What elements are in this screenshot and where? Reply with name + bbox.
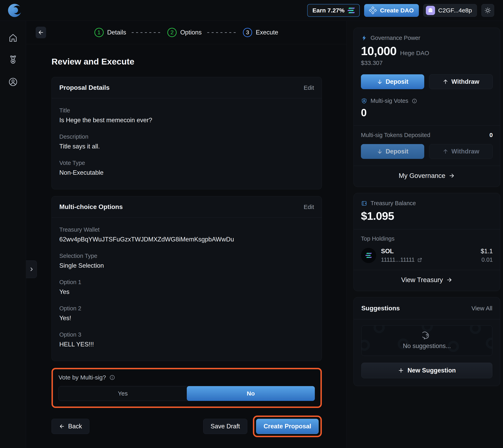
option-1-value: Yes bbox=[59, 288, 314, 296]
suggestions-view-all-link[interactable]: View All bbox=[471, 305, 492, 312]
back-action-button[interactable]: Back bbox=[51, 419, 89, 434]
token-address: 11111...11111 bbox=[381, 256, 415, 263]
earn-button[interactable]: Earn 7.27% bbox=[307, 4, 360, 17]
step-execute-label: Execute bbox=[256, 29, 278, 36]
governance-power-card: Governance Power 10,000 Hege DAO $33.307… bbox=[354, 28, 500, 187]
proposal-details-edit-link[interactable]: Edit bbox=[304, 84, 314, 91]
arrow-up-icon bbox=[442, 79, 449, 85]
option-3-field: Option 3 HELL YES!!! bbox=[59, 331, 314, 348]
option-3-value: HELL YES!!! bbox=[59, 341, 314, 348]
multisig-withdraw-button[interactable]: Withdraw bbox=[429, 144, 493, 159]
theme-toggle-button[interactable] bbox=[481, 4, 494, 17]
create-proposal-button[interactable]: Create Proposal bbox=[256, 419, 319, 434]
vote-by-multisig-highlight: Vote by Multi-sig? Yes No bbox=[51, 368, 322, 408]
step-execute-number: 3 bbox=[243, 28, 252, 37]
left-sidebar bbox=[0, 21, 26, 448]
option-2-value: Yes! bbox=[59, 315, 314, 322]
proposal-description-field: Description Title says it all. bbox=[59, 133, 314, 150]
no-suggestions-panel: No suggestions... bbox=[361, 325, 492, 356]
right-sidebar: Governance Power 10,000 Hege DAO $33.307… bbox=[347, 21, 503, 448]
step-execute[interactable]: 3 Execute bbox=[243, 28, 278, 37]
step-options-label: Options bbox=[180, 29, 202, 36]
selection-type-field: Selection Type Single Selection bbox=[59, 253, 314, 269]
deposit-button[interactable]: Deposit bbox=[361, 74, 424, 89]
app-logo-icon[interactable] bbox=[8, 4, 21, 17]
create-dao-button[interactable]: Create DAO bbox=[364, 4, 419, 17]
treasury-balance-title: Treasury Balance bbox=[371, 200, 416, 207]
multi-choice-options-edit-link[interactable]: Edit bbox=[304, 204, 314, 210]
withdraw-button[interactable]: Withdraw bbox=[429, 74, 493, 89]
arrow-up-icon bbox=[442, 148, 449, 155]
wallet-button[interactable]: C2GF...4e8p bbox=[423, 4, 477, 17]
option-2-label: Option 2 bbox=[59, 305, 314, 312]
step-options-number: 2 bbox=[167, 28, 177, 37]
suggestions-card: Suggestions View All No suggestions... bbox=[354, 297, 500, 386]
proposal-vote-type-label: Vote Type bbox=[59, 160, 314, 166]
treasury-balance-amount: $1.095 bbox=[361, 209, 394, 222]
medal-icon bbox=[8, 55, 18, 65]
view-treasury-label: View Treasury bbox=[401, 276, 443, 284]
view-treasury-link[interactable]: View Treasury bbox=[361, 270, 493, 285]
token-symbol: SOL bbox=[381, 248, 423, 255]
multi-choice-options-card: Multi-choice Options Edit Treasury Walle… bbox=[51, 196, 322, 361]
option-3-label: Option 3 bbox=[59, 331, 314, 338]
multisig-toggle: Yes No bbox=[59, 386, 315, 401]
step-details-number: 1 bbox=[94, 28, 104, 37]
treasury-wallet-label: Treasury Wallet bbox=[59, 226, 314, 233]
save-draft-label: Save Draft bbox=[211, 423, 240, 430]
logo-pattern bbox=[361, 340, 370, 351]
topbar-actions: Earn 7.27% Create DAO C2GF...4e8p bbox=[307, 4, 494, 17]
multisig-toggle-no[interactable]: No bbox=[187, 386, 315, 401]
create-dao-label: Create DAO bbox=[380, 7, 414, 14]
treasury-balance-card: Treasury Balance $1.095 Top Holdings SOL… bbox=[354, 193, 500, 291]
new-suggestion-button[interactable]: New Suggestion bbox=[361, 363, 492, 378]
stepper-bar: 1 Details 2 Options 3 Execute bbox=[26, 21, 346, 44]
step-details[interactable]: 1 Details bbox=[94, 28, 126, 37]
earn-label: Earn 7.27% bbox=[312, 7, 344, 14]
sol-token-icon bbox=[361, 248, 376, 263]
step-options[interactable]: 2 Options bbox=[167, 28, 202, 37]
info-icon[interactable] bbox=[109, 374, 115, 381]
logo-pattern bbox=[470, 325, 481, 334]
arrow-right-icon bbox=[449, 173, 455, 179]
sun-icon bbox=[484, 7, 491, 14]
new-suggestion-label: New Suggestion bbox=[407, 367, 456, 374]
proposal-title-value: Is Hege the best memecoin ever? bbox=[59, 117, 314, 124]
page-title: Review and Execute bbox=[51, 57, 322, 66]
sidebar-item-profile[interactable] bbox=[8, 77, 18, 87]
wallet-icon bbox=[361, 200, 367, 207]
step-connector bbox=[132, 32, 162, 33]
proposal-description-label: Description bbox=[59, 133, 314, 140]
question-bubble-icon bbox=[422, 332, 431, 340]
multisig-deposit-button[interactable]: Deposit bbox=[361, 144, 424, 159]
my-governance-link[interactable]: My Governance bbox=[361, 166, 493, 181]
proposal-description-value: Title says it all. bbox=[59, 143, 314, 150]
main-content: 1 Details 2 Options 3 Execute Review and… bbox=[26, 21, 347, 448]
actions-row: Back Save Draft Create Proposal bbox=[51, 416, 322, 437]
multisig-toggle-yes[interactable]: Yes bbox=[59, 386, 187, 401]
external-link-icon bbox=[417, 257, 423, 263]
save-draft-button[interactable]: Save Draft bbox=[203, 419, 247, 434]
governance-usd-value: $33.307 bbox=[361, 60, 493, 66]
multisig-tokens-value: 0 bbox=[489, 132, 493, 138]
token-address-link[interactable]: 11111...11111 bbox=[381, 256, 423, 263]
chevron-right-icon bbox=[29, 266, 34, 272]
multisig-votes-value: 0 bbox=[361, 107, 493, 119]
proposal-title-field: Title Is Hege the best memecoin ever? bbox=[59, 107, 314, 124]
back-button[interactable] bbox=[36, 27, 46, 38]
multisig-tokens-label: Multi-sig Tokens Deposited bbox=[361, 132, 430, 138]
arrow-right-icon bbox=[446, 277, 453, 283]
step-connector bbox=[207, 32, 237, 33]
my-governance-label: My Governance bbox=[399, 172, 445, 179]
review-panel: Review and Execute Proposal Details Edit… bbox=[26, 44, 346, 437]
logo-pattern bbox=[422, 325, 433, 332]
info-icon[interactable] bbox=[412, 98, 417, 104]
back-action-label: Back bbox=[68, 423, 82, 430]
app-shell: 1 Details 2 Options 3 Execute Review and… bbox=[0, 21, 503, 448]
sidebar-item-rewards[interactable] bbox=[8, 54, 18, 65]
governance-power-amount: 10,000 bbox=[361, 44, 397, 58]
governance-dao-name: Hege DAO bbox=[400, 50, 429, 57]
token-usd-value: $1.1 bbox=[481, 248, 493, 255]
sidebar-item-home[interactable] bbox=[8, 32, 18, 43]
sidebar-expand-button[interactable] bbox=[26, 260, 37, 278]
